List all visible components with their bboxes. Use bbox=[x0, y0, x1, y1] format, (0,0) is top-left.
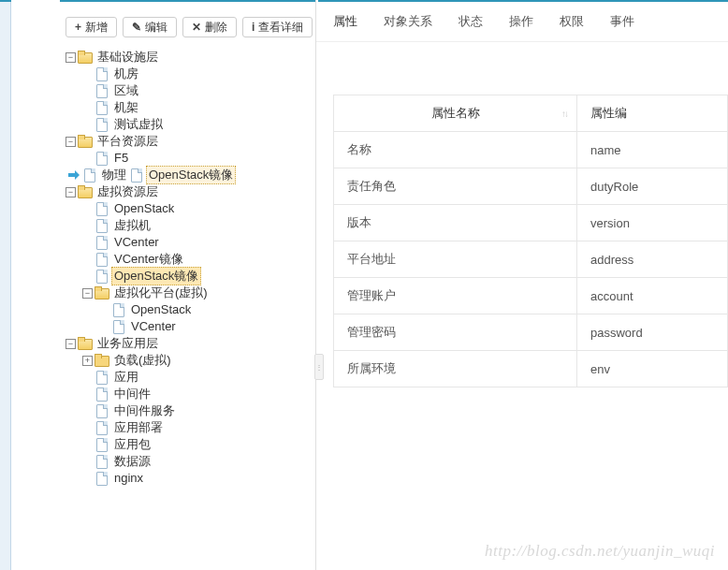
tree-label[interactable]: 应用 bbox=[111, 369, 141, 386]
edit-label: 编辑 bbox=[145, 22, 167, 33]
tree-node-load[interactable]: +负载(虚拟) bbox=[82, 352, 310, 369]
folder-open-icon bbox=[78, 337, 93, 350]
tree-node-virtual[interactable]: −虚拟资源层 bbox=[66, 183, 310, 200]
tab-event[interactable]: 事件 bbox=[610, 11, 634, 32]
attribute-table: 属性名称↑↓ 属性编 名称name责任角色dutyRole版本version平台… bbox=[333, 95, 728, 387]
tree-node-selected[interactable]: OpenStack镜像 bbox=[82, 268, 310, 285]
cell-attr-code: version bbox=[577, 205, 728, 241]
detail-button[interactable]: i查看详细 bbox=[242, 17, 313, 37]
tree-node[interactable]: 应用包 bbox=[82, 436, 310, 453]
collapse-icon[interactable]: − bbox=[82, 288, 93, 299]
file-icon bbox=[95, 455, 109, 468]
tree-label[interactable]: 应用部署 bbox=[111, 419, 166, 436]
tree-node[interactable]: 区域 bbox=[82, 82, 310, 99]
tree-node[interactable]: 中间件 bbox=[82, 386, 310, 402]
tree-node[interactable]: 数据源 bbox=[82, 453, 310, 470]
col-attr-code[interactable]: 属性编 bbox=[577, 95, 728, 132]
tree-label[interactable]: VCenter镜像 bbox=[111, 251, 186, 268]
tree-label[interactable]: nginx bbox=[111, 470, 146, 487]
close-icon: ✕ bbox=[192, 22, 201, 33]
collapse-icon[interactable]: − bbox=[66, 339, 76, 349]
watermark: http://blog.csdn.net/yuanjin_wuqi bbox=[485, 542, 715, 561]
collapse-icon[interactable]: − bbox=[66, 187, 76, 197]
tree-label[interactable]: 机房 bbox=[111, 66, 141, 82]
tree-label[interactable]: 中间件 bbox=[111, 386, 153, 402]
tab-relation[interactable]: 对象关系 bbox=[384, 11, 432, 32]
table-row[interactable]: 版本version bbox=[334, 205, 728, 241]
tree-label[interactable]: 业务应用层 bbox=[95, 335, 161, 352]
add-button[interactable]: +新增 bbox=[66, 17, 117, 37]
edit-button[interactable]: ✎编辑 bbox=[123, 17, 177, 37]
tree-node-platform[interactable]: −平台资源层 bbox=[66, 133, 310, 150]
tree-node-app[interactable]: −业务应用层 bbox=[66, 335, 310, 352]
tab-attribute[interactable]: 属性 bbox=[333, 11, 357, 32]
file-icon bbox=[82, 168, 97, 182]
cell-attr-name: 名称 bbox=[334, 132, 577, 168]
file-icon bbox=[95, 101, 109, 114]
cell-attr-code: env bbox=[577, 351, 728, 387]
tab-auth[interactable]: 权限 bbox=[560, 11, 584, 32]
tree-label[interactable]: 虚拟机 bbox=[111, 217, 153, 234]
expand-icon[interactable]: + bbox=[82, 356, 93, 366]
sort-icon[interactable]: ↑↓ bbox=[561, 109, 567, 119]
tab-operation[interactable]: 操作 bbox=[509, 11, 533, 32]
table-row[interactable]: 所属环境env bbox=[334, 351, 728, 387]
splitter-handle[interactable]: ⋮ bbox=[314, 354, 324, 380]
folder-open-icon bbox=[95, 286, 109, 300]
tree-label[interactable]: 物理 bbox=[99, 167, 129, 183]
table-row[interactable]: 名称name bbox=[334, 132, 728, 168]
tree-label[interactable]: OpenStack镜像 bbox=[111, 267, 201, 285]
table-row[interactable]: 管理账户account bbox=[334, 278, 728, 314]
tree-node-vplat[interactable]: −虚拟化平台(虚拟) bbox=[82, 285, 310, 301]
tree-label[interactable]: 虚拟资源层 bbox=[95, 183, 161, 200]
tree-label[interactable]: 区域 bbox=[111, 82, 141, 99]
col-label: 属性名称 bbox=[431, 106, 480, 120]
collapse-icon[interactable]: − bbox=[66, 52, 76, 63]
tree-node[interactable]: 应用部署 bbox=[82, 419, 310, 436]
tree-node[interactable]: VCenter bbox=[99, 318, 310, 335]
tree-node[interactable]: OpenStack bbox=[82, 200, 310, 217]
tree-node[interactable]: VCenter bbox=[82, 234, 310, 251]
tree-label[interactable]: 虚拟化平台(虚拟) bbox=[111, 285, 211, 301]
file-icon bbox=[95, 118, 109, 131]
tree-node[interactable]: 机架 bbox=[82, 99, 310, 116]
table-row[interactable]: 平台地址address bbox=[334, 241, 728, 278]
cell-attr-name: 管理密码 bbox=[334, 314, 577, 351]
tree-label[interactable]: VCenter bbox=[111, 234, 162, 251]
tree-label[interactable]: 中间件服务 bbox=[111, 402, 178, 419]
tree-label[interactable]: 基础设施层 bbox=[95, 49, 161, 66]
tree-label[interactable]: F5 bbox=[111, 150, 131, 167]
tree-node-infra[interactable]: −基础设施层 bbox=[66, 49, 310, 66]
tab-status[interactable]: 状态 bbox=[459, 11, 483, 32]
tree-label[interactable]: OpenStack bbox=[128, 301, 194, 318]
tree-label[interactable]: 负载(虚拟) bbox=[111, 352, 174, 369]
tree-node[interactable]: 机房 bbox=[82, 66, 310, 82]
tree-label[interactable]: 测试虚拟 bbox=[111, 116, 166, 133]
tree-node[interactable]: nginx bbox=[82, 470, 310, 487]
tree-label[interactable]: VCenter bbox=[128, 318, 179, 335]
collapse-icon[interactable]: − bbox=[66, 137, 76, 147]
tree-label-drag[interactable]: OpenStack镜像 bbox=[146, 166, 236, 184]
tree-label[interactable]: OpenStack bbox=[111, 200, 177, 217]
tree-label[interactable]: 机架 bbox=[111, 99, 141, 116]
tabs: 属性 对象关系 状态 操作 权限 事件 bbox=[316, 6, 728, 42]
tree-node[interactable]: 应用 bbox=[82, 369, 310, 386]
tree-label[interactable]: 平台资源层 bbox=[95, 133, 161, 150]
tree-node[interactable]: OpenStack bbox=[99, 301, 310, 318]
tree-label[interactable]: 数据源 bbox=[111, 453, 153, 470]
tree-label[interactable]: 应用包 bbox=[111, 436, 153, 453]
delete-button[interactable]: ✕删除 bbox=[182, 17, 237, 37]
tree-node[interactable]: 中间件服务 bbox=[82, 402, 310, 419]
cell-attr-code: dutyRole bbox=[577, 168, 728, 205]
pencil-icon: ✎ bbox=[132, 22, 141, 33]
table-row[interactable]: 管理密码password bbox=[334, 314, 728, 351]
tree-node[interactable]: 测试虚拟 bbox=[82, 116, 310, 133]
col-attr-name[interactable]: 属性名称↑↓ bbox=[334, 95, 577, 132]
tree-node[interactable]: F5 bbox=[82, 150, 310, 167]
tree-node[interactable]: 虚拟机 bbox=[82, 217, 310, 234]
add-label: 新增 bbox=[85, 22, 108, 33]
tree-node-insert[interactable]: 物理OpenStack镜像 bbox=[67, 167, 310, 183]
cell-attr-name: 所属环境 bbox=[334, 351, 577, 387]
table-row[interactable]: 责任角色dutyRole bbox=[334, 168, 728, 205]
tree-node[interactable]: VCenter镜像 bbox=[82, 251, 310, 268]
